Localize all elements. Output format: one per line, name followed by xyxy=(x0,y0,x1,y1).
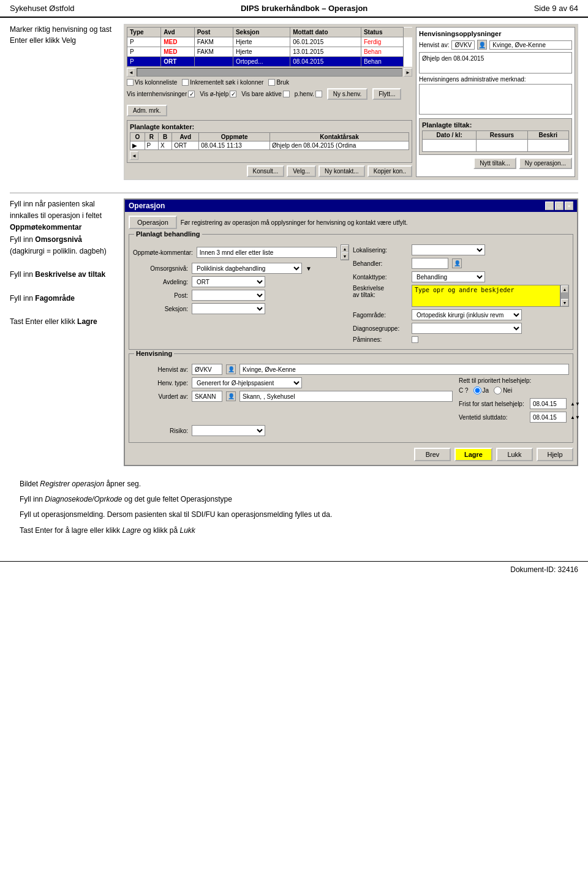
header-left: Sykehuset Østfold xyxy=(10,4,75,13)
vurdert-icon[interactable]: 👤 xyxy=(226,391,236,401)
post-row: Post: xyxy=(133,290,349,301)
referral-table: Type Avd Post Seksjon Mottatt dato Statu… xyxy=(127,27,412,67)
checkbox-ohjelp[interactable]: ✓ xyxy=(230,91,236,97)
diagnosegruppe-row: Diagnosegruppe: xyxy=(353,323,569,334)
ventetid-input[interactable] xyxy=(530,412,567,423)
person-icon[interactable]: 👤 xyxy=(477,40,487,50)
btn-kopjer-kon[interactable]: Kopjer kon.. xyxy=(368,165,412,177)
omsorgsniva-arrow: ▼ xyxy=(306,265,312,272)
henvist-av-op-code[interactable] xyxy=(192,364,222,375)
btn-ny-shenv[interactable]: Ny s.henv. xyxy=(327,88,368,100)
win-close[interactable]: × xyxy=(565,202,573,210)
ventetid-spinner[interactable]: ▲▼ xyxy=(570,415,580,420)
cb-vis-ohjelp[interactable]: Vis ø-hjelp ✓ xyxy=(200,91,236,97)
oppmote-input[interactable] xyxy=(197,247,337,258)
btn-ny-kontakt[interactable]: Ny kontakt... xyxy=(318,165,365,177)
frist-input[interactable] xyxy=(530,398,567,409)
vurdert-av-row: Vurdert av: 👤 xyxy=(133,391,453,402)
checkbox-vis-kolonneliste[interactable] xyxy=(127,79,134,86)
btn-adm-mrk[interactable]: Adm. mrk. xyxy=(127,105,167,116)
btn-lagre[interactable]: Lagre xyxy=(454,448,492,461)
henvist-av-icon[interactable]: 👤 xyxy=(226,364,236,374)
col-avd: Avd xyxy=(161,28,195,37)
checkbox-bare[interactable] xyxy=(283,91,290,97)
behandler-icon[interactable]: 👤 xyxy=(452,258,462,268)
checkbox-intern[interactable]: ✓ xyxy=(188,91,195,97)
kontakt-row[interactable]: ▶ P X ORT 08.04.15 11:13 Øhjelp den 08.0… xyxy=(130,141,409,150)
avdeling-select[interactable]: ORT xyxy=(192,276,265,287)
scroll-left[interactable]: ◄ xyxy=(127,68,135,77)
seksjon-select[interactable] xyxy=(192,303,265,314)
avdeling-label: Avdeling: xyxy=(133,279,188,285)
henvis-merknad-area xyxy=(419,84,572,115)
bottom-line4: Tast Enter for å lagre eller klikk Lagre… xyxy=(20,525,568,537)
radio-nei[interactable] xyxy=(494,386,502,394)
operasjon-window: Operasjon _ □ × Operasjon Før registreri… xyxy=(124,198,578,466)
oppmote-scroll-up[interactable]: ▲ xyxy=(341,245,349,252)
kontakt-scroll-left[interactable]: ◄ xyxy=(130,151,138,160)
op-tab-operasjon[interactable]: Operasjon xyxy=(129,216,177,229)
ventetid-row: Ventetid sluttdato: ▲▼ xyxy=(459,412,569,423)
bottom-line1: Bildet Registrer operasjon åpner seg. xyxy=(20,478,568,490)
beskrivelse-textarea[interactable]: Type opr og andre beskjeder xyxy=(412,285,560,307)
henv-priority-row: Henv. type: Generert for Ø-hjelpspasient… xyxy=(133,377,569,425)
cb-phenv[interactable]: p.henv. xyxy=(295,91,322,97)
op-top-bar: Operasjon Før registrering av operasjon … xyxy=(129,216,573,229)
btn-brev[interactable]: Brev xyxy=(414,448,451,461)
planlagte-kontakter-section: Planlagte kontakter: O R B Avd Oppmøte K… xyxy=(127,120,412,163)
cb-inkrement[interactable]: Inkrementelt søk i kolonner xyxy=(182,79,263,86)
risiko-select[interactable] xyxy=(192,425,265,436)
btn-ny-operasjon[interactable]: Ny operasjon... xyxy=(519,157,572,169)
checkbox-inkrement[interactable] xyxy=(182,79,189,86)
diagnosegruppe-select[interactable] xyxy=(412,323,522,334)
fagomrade-label: Fagområde: xyxy=(353,312,408,318)
fagomrade-select[interactable]: Ortopedisk kirurgi (inklusiv revm xyxy=(412,309,522,320)
table-row[interactable]: P MED FAKM Hjerte 06.01.2015 Ferdig xyxy=(127,37,412,47)
paminnes-checkbox[interactable] xyxy=(412,336,418,343)
table-row-selected[interactable]: P ORT Ortoped... 08.04.2015 Behan xyxy=(127,57,412,67)
henv-type-select[interactable]: Generert for Ø-hjelpspasient xyxy=(192,377,302,388)
kontakttype-select[interactable]: Behandling xyxy=(412,271,485,282)
beskrivelse-row: Beskrivelseav tiltak: Type opr og andre … xyxy=(353,285,569,307)
cb-bruk[interactable]: Bruk xyxy=(268,79,289,86)
btn-konsult[interactable]: Konsult... xyxy=(247,165,285,177)
post-select[interactable] xyxy=(192,290,265,301)
cb-vis-kolonneliste[interactable]: Vis kolonneliste xyxy=(127,79,177,86)
table-row[interactable]: P MED FAKM Hjerte 13.01.2015 Behan xyxy=(127,47,412,57)
scroll-col xyxy=(404,28,412,37)
btn-velg[interactable]: Velg... xyxy=(287,165,316,177)
vurdert-av-label: Vurdert av: xyxy=(133,393,188,400)
lokalisering-select[interactable] xyxy=(412,244,485,255)
cb-vis-bare[interactable]: Vis bare aktive xyxy=(241,91,289,97)
radio-ja-text: Ja xyxy=(483,387,489,394)
scroll-right[interactable]: ► xyxy=(404,68,412,77)
frist-spinner[interactable]: ▲▼ xyxy=(570,401,580,407)
section1-block: Marker riktig henvisning og tast Enter e… xyxy=(10,24,578,180)
beskr-scroll-down[interactable]: ▼ xyxy=(561,299,568,306)
checkbox-phenv[interactable] xyxy=(315,91,322,97)
planlagte-tiltak-section: Planlagte tiltak: Dato / kl: Ressurs Bes… xyxy=(419,118,572,155)
btn-nytt-tiltak[interactable]: Nytt tiltak... xyxy=(473,157,516,169)
paminnes-label: Påminnes: xyxy=(353,336,408,343)
btn-flytt[interactable]: Flytt... xyxy=(372,88,401,100)
henvis-group-title: Henvisning xyxy=(134,350,174,357)
beskrivelse-label: Beskrivelseav tiltak: xyxy=(353,285,408,298)
beskr-scroll-up[interactable]: ▲ xyxy=(561,285,568,293)
win-maximize[interactable]: □ xyxy=(555,202,564,210)
checkbox-bruk[interactable] xyxy=(268,79,275,86)
behandler-input[interactable] xyxy=(412,258,448,269)
omsorgsniva-select[interactable]: Poliklinisk dagbehandling xyxy=(192,263,302,274)
win-minimize[interactable]: _ xyxy=(545,202,554,210)
radio-ja[interactable] xyxy=(473,386,481,394)
cb-vis-intern[interactable]: Vis internhenvisninger ✓ xyxy=(127,91,195,97)
oppmote-row: Oppmøte-kommentar: ▲ ▼ xyxy=(133,244,349,260)
vurdert-av-code[interactable] xyxy=(192,391,222,402)
henvist-av-op-name[interactable] xyxy=(239,364,569,375)
henvisning-group: Henvisning Henvist av: 👤 xyxy=(129,353,573,443)
vurdert-av-name[interactable] xyxy=(239,391,453,402)
henvist-av-name: Kvinge, Øve-Kenne xyxy=(489,40,572,50)
btn-lukk[interactable]: Lukk xyxy=(496,448,533,461)
oppmote-scroll-down[interactable]: ▼ xyxy=(341,252,349,260)
btn-hjelp[interactable]: Hjelp xyxy=(537,448,573,461)
kontakter-table: O R B Avd Oppmøte Kontaktårsak xyxy=(130,132,409,150)
